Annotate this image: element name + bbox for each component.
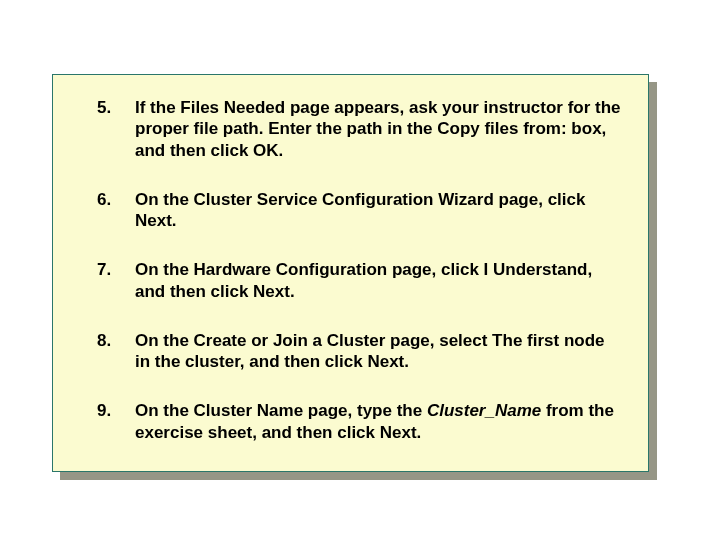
step-text: On the Create or Join a Cluster page, se… <box>135 331 605 371</box>
step-list: If the Files Needed page appears, ask yo… <box>77 97 624 443</box>
step-text: If the Files Needed page appears, ask yo… <box>135 98 621 160</box>
list-item: If the Files Needed page appears, ask yo… <box>77 97 624 161</box>
step-em: Cluster_Name <box>427 401 541 420</box>
instruction-panel: If the Files Needed page appears, ask yo… <box>52 74 649 472</box>
step-text: On the Cluster Service Configuration Wiz… <box>135 190 585 230</box>
list-item: On the Cluster Service Configuration Wiz… <box>77 189 624 232</box>
step-text: On the Cluster Name page, type the <box>135 401 427 420</box>
step-text: On the Hardware Configuration page, clic… <box>135 260 592 300</box>
list-item: On the Create or Join a Cluster page, se… <box>77 330 624 373</box>
list-item: On the Cluster Name page, type the Clust… <box>77 400 624 443</box>
list-item: On the Hardware Configuration page, clic… <box>77 259 624 302</box>
